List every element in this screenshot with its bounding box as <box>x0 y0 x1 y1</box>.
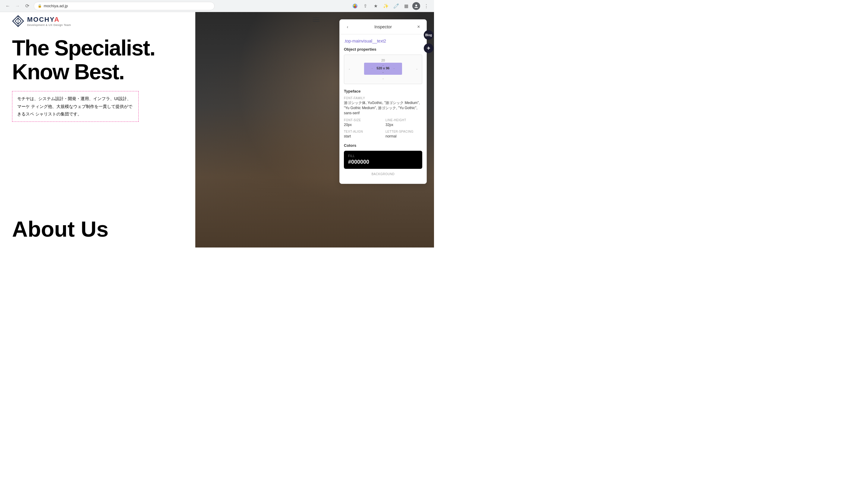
logo-icon <box>12 15 24 27</box>
typeface-label: Typeface <box>344 89 422 93</box>
logo-accent: A <box>54 16 60 23</box>
box-model-middle-row: - - - 520 x 96 - - - <box>347 63 419 75</box>
font-metrics-row: FONT-SIZE 20px LINE-HEIGHT 32px <box>344 118 422 127</box>
fill-swatch: FILL #000000 <box>344 151 422 169</box>
line-height-col: LINE-HEIGHT 32px <box>385 118 422 127</box>
forward-button[interactable]: → <box>13 2 22 10</box>
font-family-group: FONT-FAMILY 游ゴシック体, YuGothic, "游ゴシック Med… <box>344 97 422 116</box>
logo-main: MOCHYA <box>27 16 71 23</box>
background-label: BACKGROUND <box>344 171 422 177</box>
box-model-padding-bottom: - <box>382 70 383 74</box>
blog-button[interactable]: Blog <box>424 30 433 40</box>
hero-title-line2: Know Best. <box>12 60 220 84</box>
browser-actions: ⇧ ★ ✨ 🧷 ▦ ⋮ <box>351 2 430 10</box>
address-bar[interactable]: 🔒 mochiya.ad.jp <box>34 2 214 10</box>
menu-line-2 <box>313 19 319 20</box>
menu-line-3 <box>313 21 319 22</box>
inspector-panel: ‹ Inspector × .top-mainvisual__text2 Obj… <box>340 19 427 184</box>
inspector-close-button[interactable]: × <box>415 23 422 31</box>
box-model-margin-right: - <box>415 67 419 70</box>
reload-button[interactable]: ⟳ <box>23 2 31 10</box>
class-name: .top-mainvisual__text2 <box>344 39 422 44</box>
inspector-back-button[interactable]: ‹ <box>344 23 351 31</box>
svg-rect-18 <box>388 201 390 222</box>
svg-rect-12 <box>219 175 301 236</box>
svg-line-14 <box>226 193 287 199</box>
puzzle-icon[interactable]: 🧷 <box>392 2 400 10</box>
extension-icon[interactable]: ✨ <box>382 2 390 10</box>
colors-section: Colors FILL #000000 BACKGROUND <box>344 143 422 177</box>
letter-spacing-label: LETTER-SPACING <box>385 130 422 133</box>
fill-value: #000000 <box>348 159 418 165</box>
colors-label: Colors <box>344 143 422 148</box>
hero-text-area: The Specialist. Know Best. モチヤは、システム設計・開… <box>12 36 220 122</box>
svg-point-15 <box>384 199 397 212</box>
font-size-value: 20px <box>344 122 381 127</box>
box-model-container: 20 - - - 520 x 96 - - - - <box>344 54 422 84</box>
font-family-label: FONT-FAMILY <box>344 97 422 100</box>
text-style-row: TEXT-ALIGN start LETTER-SPACING normal <box>344 130 422 139</box>
browser-chrome: ← → ⟳ 🔒 mochiya.ad.jp ⇧ ★ ✨ 🧷 ▦ ⋮ <box>0 0 434 12</box>
nav-buttons: ← → ⟳ <box>4 2 31 10</box>
hero-title-line1: The Specialist. <box>12 36 220 60</box>
svg-line-13 <box>226 187 289 193</box>
box-model-padding-top: - <box>382 64 383 67</box>
layout-icon[interactable]: ▦ <box>402 2 411 10</box>
box-model-margin-top: 20 <box>347 58 419 63</box>
svg-point-16 <box>377 196 387 206</box>
font-family-value: 游ゴシック体, YuGothic, "游ゴシック Medium", "Yu Go… <box>344 100 422 116</box>
font-size-col: FONT-SIZE 20px <box>344 118 381 127</box>
inspector-body[interactable]: .top-mainvisual__text2 Object properties… <box>340 34 427 184</box>
fill-label: FILL <box>348 154 418 158</box>
inspector-header: ‹ Inspector × <box>340 20 427 34</box>
object-properties-label: Object properties <box>344 47 422 52</box>
inspector-title: Inspector <box>351 24 415 29</box>
url-text: mochiya.ad.jp <box>44 4 68 8</box>
page-content: MOCHYA Development & UX Design Team <box>0 12 434 248</box>
line-height-value: 32px <box>385 122 422 127</box>
sidebar-icons: Blog ✈ <box>423 12 434 248</box>
svg-rect-11 <box>280 168 349 222</box>
back-button[interactable]: ← <box>4 2 12 10</box>
box-model-padding-left: - <box>370 66 374 70</box>
bookmark-icon[interactable]: ★ <box>371 2 380 10</box>
profile-button[interactable] <box>412 2 420 10</box>
google-icon[interactable] <box>351 2 359 10</box>
line-height-label: LINE-HEIGHT <box>385 118 422 122</box>
box-model-margin-left: - <box>347 67 351 70</box>
logo-area: MOCHYA Development & UX Design Team <box>12 15 71 27</box>
box-model-margin-bottom: - <box>347 76 419 81</box>
menu-icon[interactable] <box>313 17 319 22</box>
svg-point-1 <box>415 4 417 6</box>
typeface-section: Typeface FONT-FAMILY 游ゴシック体, YuGothic, "… <box>344 89 422 139</box>
menu-line-1 <box>313 17 319 18</box>
text-align-value: start <box>344 134 381 139</box>
box-model-padding-right: - <box>392 66 396 70</box>
logo-sub: Development & UX Design Team <box>27 23 71 27</box>
hero-subtitle-box: モチヤは、システム設計・開発・運用、インフラ、UI設計、マーケ ティング他、大規… <box>12 91 139 122</box>
svg-point-17 <box>393 197 401 206</box>
box-model-inner: - - 520 x 96 - - <box>364 63 402 75</box>
text-align-label: TEXT-ALIGN <box>344 130 381 133</box>
more-icon[interactable]: ⋮ <box>422 2 430 10</box>
share-icon[interactable]: ⇧ <box>361 2 369 10</box>
logo-text-area: MOCHYA Development & UX Design Team <box>27 16 71 27</box>
hero-subtitle: モチヤは、システム設計・開発・運用、インフラ、UI設計、マーケ ティング他、大規… <box>17 95 134 118</box>
font-size-label: FONT-SIZE <box>344 118 381 122</box>
letter-spacing-col: LETTER-SPACING normal <box>385 130 422 139</box>
about-title: About Us <box>12 217 108 241</box>
lock-icon: 🔒 <box>38 4 42 8</box>
hero-title: The Specialist. Know Best. <box>12 36 220 84</box>
text-align-col: TEXT-ALIGN start <box>344 130 381 139</box>
send-button[interactable]: ✈ <box>424 44 433 53</box>
letter-spacing-value: normal <box>385 134 422 139</box>
